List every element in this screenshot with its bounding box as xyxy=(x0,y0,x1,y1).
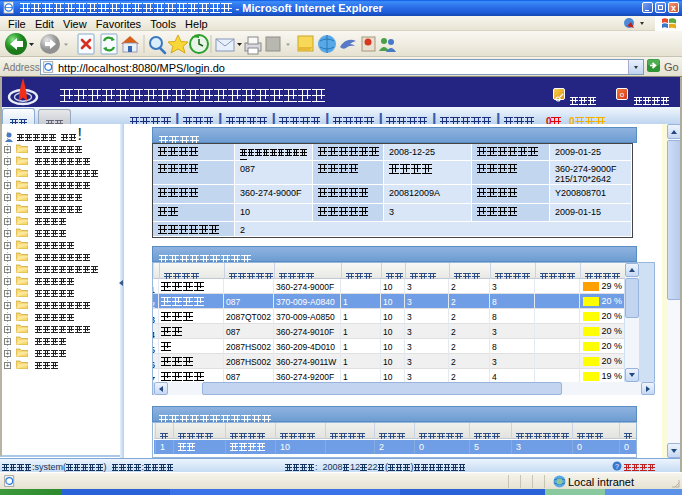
svg-text:?: ? xyxy=(615,463,619,470)
